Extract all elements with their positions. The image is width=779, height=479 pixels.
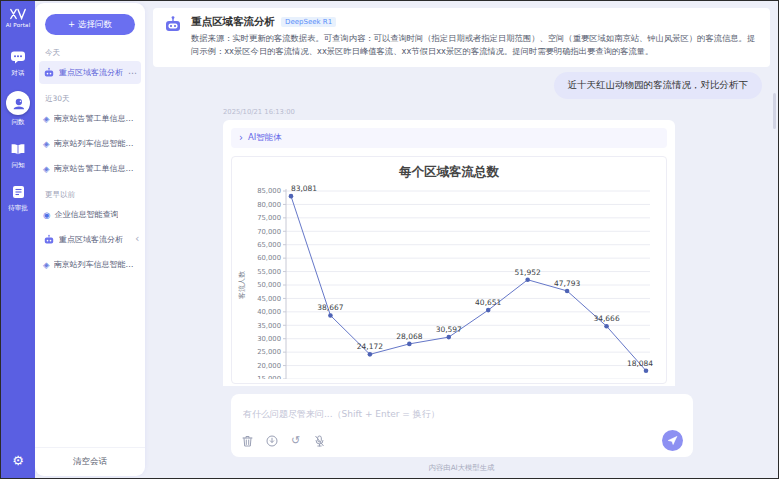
- section-title-earlier: 更早以前: [45, 190, 145, 200]
- message-composer: ↺: [231, 394, 693, 457]
- main-area: 重点区域客流分析 DeepSeek R1 数据来源：实时更新的客流数据表。可查询…: [145, 1, 778, 478]
- svg-text:15,000: 15,000: [257, 375, 281, 379]
- conversation-label: 南京站告警工单信息查询: [54, 163, 137, 174]
- brand-logo-text: AI Portal: [6, 22, 31, 28]
- conversation-label: 重点区域客流分析: [59, 234, 123, 245]
- svg-text:40,651: 40,651: [475, 298, 501, 307]
- conversation-item[interactable]: ◈ 南京站列车信息智能查询: [39, 253, 141, 276]
- download-circle-icon[interactable]: [265, 434, 278, 447]
- agent-header-body: 重点区域客流分析 DeepSeek R1 数据来源：实时更新的客流数据表。可查询…: [191, 15, 760, 59]
- conversation-label: 南京站列车信息智能查询: [54, 138, 137, 149]
- robot-avatar-icon: [43, 67, 55, 79]
- svg-text:85,000: 85,000: [257, 187, 281, 195]
- rail-item-label: 对话: [12, 69, 25, 78]
- svg-text:客流人数: 客流人数: [238, 270, 246, 299]
- trash-icon[interactable]: [241, 434, 254, 447]
- svg-text:34,666: 34,666: [593, 314, 619, 323]
- new-session-button[interactable]: + 选择问数: [45, 14, 135, 35]
- paper-plane-icon: [667, 435, 678, 446]
- svg-text:50,000: 50,000: [257, 281, 281, 289]
- svg-text:38,667: 38,667: [317, 303, 343, 312]
- svg-text:65,000: 65,000: [257, 241, 281, 249]
- svg-text:80,000: 80,000: [257, 200, 281, 208]
- robot-avatar-icon: [43, 234, 55, 246]
- brand-logo: AI Portal: [6, 8, 31, 28]
- agent-avatar-icon: [163, 15, 183, 35]
- chart-title: 每个区域客流总数: [236, 164, 662, 181]
- svg-text:35,000: 35,000: [257, 321, 281, 329]
- conversation-item[interactable]: ◈ 南京站告警工单信息查询: [39, 107, 141, 130]
- user-message-bubble: 近十天红山动物园的客流情况，对比分析下: [554, 72, 763, 99]
- ai-response-card: › AI智能体 每个区域客流总数 85,00080,00075,00070,00…: [223, 120, 675, 386]
- mic-off-icon[interactable]: [313, 434, 326, 447]
- agent-steps-toggle[interactable]: › AI智能体: [231, 128, 667, 148]
- rail-item-approvals[interactable]: 待审批: [8, 183, 28, 213]
- rail-item-label: 待审批: [8, 204, 28, 213]
- ai-disclaimer: 内容由AI大模型生成: [145, 463, 778, 473]
- conversation-item[interactable]: ◈ 南京站告警工单信息查询: [39, 157, 141, 180]
- rail-item-ask-data[interactable]: 问数: [6, 91, 30, 127]
- conversation-item[interactable]: 重点区域客流分析: [39, 228, 141, 251]
- settings-gear-icon[interactable]: ⚙: [12, 453, 24, 468]
- conversation-label: 重点区域客流分析: [59, 67, 123, 78]
- panel-collapse-chevron-icon[interactable]: ‹: [135, 232, 139, 245]
- send-button[interactable]: [662, 430, 683, 451]
- svg-text:51,952: 51,952: [515, 267, 541, 276]
- diamond-icon: ◈: [43, 164, 50, 174]
- chart-container: 每个区域客流总数 85,00080,00075,00070,00065,0006…: [231, 156, 667, 384]
- diamond-icon: ◈: [43, 114, 50, 124]
- rail-nav: 对话 问数 问知 待审批: [6, 48, 30, 213]
- svg-text:55,000: 55,000: [257, 267, 281, 275]
- book-icon: [9, 140, 27, 158]
- clear-session-button[interactable]: 清空会话: [35, 447, 145, 476]
- rail-item-label: 问知: [12, 161, 25, 170]
- chat-bubble-icon: [9, 48, 27, 66]
- svg-text:30,597: 30,597: [436, 325, 462, 334]
- svg-text:28,068: 28,068: [396, 331, 422, 340]
- ask-data-icon: [6, 91, 30, 115]
- conversation-label: 南京站告警工单信息查询: [54, 113, 137, 124]
- left-rail: AI Portal 对话 问数 问知: [1, 1, 35, 478]
- agent-description: 数据来源：实时更新的客流数据表。可查询内容：可以查询时间（指定日期或者指定日期范…: [191, 32, 760, 59]
- svg-text:24,172: 24,172: [357, 342, 383, 351]
- rail-item-ask-knowledge[interactable]: 问知: [9, 140, 27, 170]
- svg-text:40,000: 40,000: [257, 308, 281, 316]
- target-icon: ◉: [43, 210, 50, 220]
- svg-text:20,000: 20,000: [257, 361, 281, 369]
- chevron-right-icon: ›: [239, 132, 243, 143]
- conversation-item-active[interactable]: 重点区域客流分析 ⋯: [39, 61, 141, 84]
- svg-text:30,000: 30,000: [257, 335, 281, 343]
- section-title-last30: 近30天: [45, 94, 145, 104]
- scrollbar-thumb[interactable]: [773, 93, 776, 129]
- approval-doc-icon: [9, 183, 27, 201]
- diamond-icon: ◈: [43, 260, 50, 270]
- svg-text:18,084: 18,084: [627, 358, 653, 367]
- undo-icon[interactable]: ↺: [289, 434, 302, 447]
- section-title-today: 今天: [45, 48, 145, 58]
- conversation-more-icon[interactable]: ⋯: [128, 68, 137, 78]
- conversation-panel: + 选择问数 今天 重点区域客流分析 ⋯ 近30天 ◈ 南京站告警工单信息查询 …: [35, 3, 145, 476]
- agent-header-card: 重点区域客流分析 DeepSeek R1 数据来源：实时更新的客流数据表。可查询…: [153, 8, 770, 67]
- svg-text:25,000: 25,000: [257, 348, 281, 356]
- flow-line-chart: 85,00080,00075,00070,00065,00060,00055,0…: [236, 181, 662, 379]
- message-timestamp: 2025/10/21 16:13:00: [223, 108, 762, 116]
- svg-text:75,000: 75,000: [257, 214, 281, 222]
- conversation-label: 南京站列车信息智能查询: [54, 259, 137, 270]
- conversation-item[interactable]: ◉ 企业信息智能查询: [39, 203, 141, 226]
- conversation-item[interactable]: ◈ 南京站列车信息智能查询: [39, 132, 141, 155]
- conversation-label: 企业信息智能查询: [54, 209, 118, 220]
- svg-text:70,000: 70,000: [257, 227, 281, 235]
- chat-thread: 近十天红山动物园的客流情况，对比分析下 2025/10/21 16:13:00 …: [145, 67, 778, 386]
- page-title: 重点区域客流分析: [191, 15, 275, 29]
- rail-item-label: 问数: [12, 118, 25, 127]
- svg-text:47,793: 47,793: [554, 278, 580, 287]
- svg-text:45,000: 45,000: [257, 294, 281, 302]
- app-window: AI Portal 对话 问数 问知: [0, 0, 779, 479]
- diamond-icon: ◈: [43, 139, 50, 149]
- model-badge: DeepSeek R1: [281, 17, 336, 27]
- rail-item-chat[interactable]: 对话: [9, 48, 27, 78]
- message-input[interactable]: [241, 408, 687, 420]
- agent-toggle-label: AI智能体: [248, 132, 282, 144]
- svg-text:60,000: 60,000: [257, 254, 281, 262]
- svg-text:83,081: 83,081: [291, 184, 317, 193]
